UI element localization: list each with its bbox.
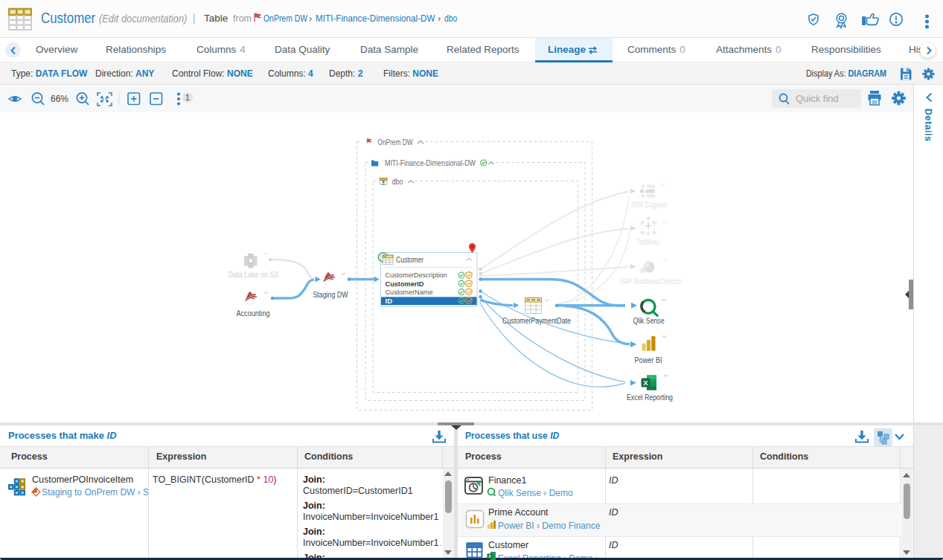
svg-text:Tableau: Tableau [636, 237, 660, 246]
svg-text:CustomerPaymentDate: CustomerPaymentDate [502, 316, 571, 325]
svg-text:SAP BusinessObjects: SAP BusinessObjects [620, 277, 682, 286]
svg-text:X: X [643, 379, 648, 387]
svg-text:MITI-Finance-Dimensional-DW: MITI-Finance-Dimensional-DW [385, 158, 476, 167]
svg-text:Excel Reporting: Excel Reporting [627, 393, 673, 402]
svg-text:CustomerID: CustomerID [386, 280, 424, 288]
svg-text:1: 1 [185, 93, 190, 102]
svg-text:ID: ID [386, 297, 393, 305]
svg-text:Qlik Sense: Qlik Sense [633, 316, 665, 325]
svg-text:Power BI: Power BI [635, 355, 662, 364]
svg-text:IBM Cognos: IBM Cognos [631, 200, 667, 209]
svg-text:Staging DW: Staging DW [313, 290, 348, 299]
svg-text:x: x [488, 553, 491, 559]
svg-text:OnPrem DW: OnPrem DW [378, 138, 413, 147]
svg-text:CustomerDescription: CustomerDescription [386, 271, 447, 279]
svg-text:CustomerName: CustomerName [386, 288, 433, 296]
svg-text:dbo: dbo [392, 177, 403, 186]
svg-text:Data Lake on S3: Data Lake on S3 [228, 270, 278, 279]
svg-text:Accounting: Accounting [237, 309, 270, 318]
svg-text:Customer: Customer [396, 256, 424, 264]
